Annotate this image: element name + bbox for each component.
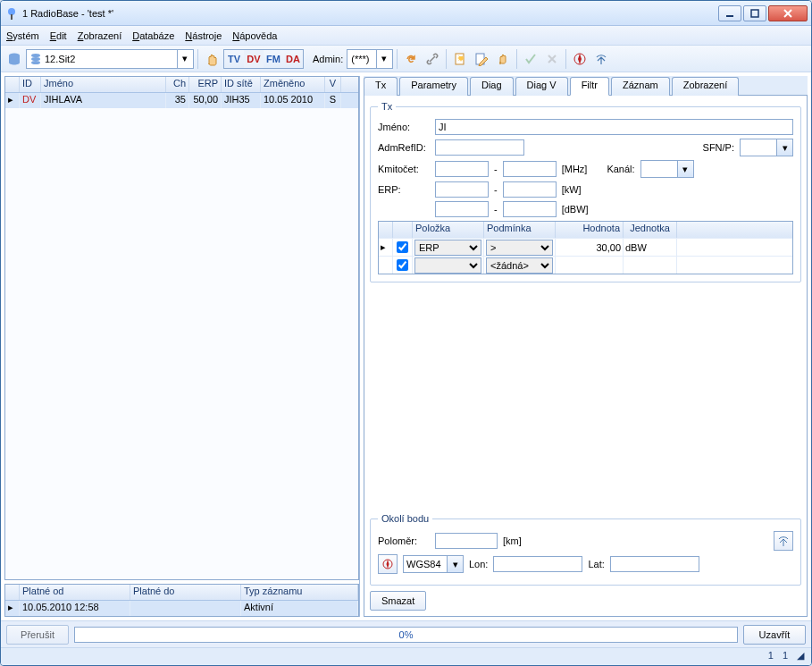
cancel-icon[interactable] [542, 49, 562, 69]
menu-tools[interactable]: Nástroje [185, 30, 222, 41]
tx-row[interactable]: ▸ DV JIHLAVA 35 50,00 JIH35 10.05 2010 S [5, 93, 358, 108]
freq-from[interactable] [435, 161, 489, 177]
tx-grid[interactable]: ID Jméno Ch ERP ID sítě Změněno V ▸ DV J… [4, 76, 359, 580]
link-icon[interactable] [423, 49, 442, 69]
col-erp[interactable]: ERP [189, 77, 222, 92]
cond2-item[interactable] [414, 257, 481, 274]
admrefid-input[interactable] [435, 139, 524, 156]
menu-database[interactable]: Databáze [132, 30, 174, 41]
hand-icon[interactable] [202, 49, 222, 69]
row-ch: 35 [166, 93, 189, 108]
validity-row[interactable]: ▸ 10.05.2010 12:58 Aktivní [5, 601, 358, 616]
admin-combo[interactable]: (***) ▾ [347, 49, 393, 69]
valid-from-hdr[interactable]: Platné od [20, 585, 130, 600]
network-combo[interactable]: 12.Sit2 ▾ [26, 49, 194, 69]
resize-grip-icon[interactable]: ◢ [797, 650, 804, 663]
col-id[interactable]: ID [20, 77, 41, 92]
cond2-cond[interactable]: <žádná> [486, 257, 553, 274]
menu-help[interactable]: Nápověda [232, 30, 277, 41]
svg-point-8 [31, 57, 40, 61]
tab-filter[interactable]: Filtr [570, 77, 609, 96]
tab-record[interactable]: Záznam [611, 77, 670, 96]
channel-combo[interactable]: ▾ [640, 160, 694, 178]
cond1-unit: dBW [624, 239, 677, 256]
cond-cond-hdr[interactable]: Podmínka [484, 222, 556, 238]
mode-selector[interactable]: TV DV FM DA [223, 49, 304, 69]
record-type: Aktivní [241, 601, 358, 616]
name-label: Jméno: [378, 122, 430, 132]
compass2-icon[interactable] [378, 554, 398, 574]
tab-diag[interactable]: Diag [470, 77, 514, 96]
svg-rect-3 [751, 10, 758, 17]
progress-bar: 0% [74, 627, 738, 643]
interrupt-button[interactable]: Přerušit [6, 625, 69, 645]
tab-diagv[interactable]: Diag V [515, 77, 568, 96]
radius-unit: [km] [503, 535, 522, 546]
menu-view[interactable]: Zobrazení [78, 30, 122, 41]
erp-to-dbw[interactable] [503, 201, 557, 217]
db-icon[interactable] [4, 49, 24, 69]
close-button[interactable] [768, 5, 808, 21]
admin-label: Admin: [313, 54, 343, 64]
lat-input[interactable] [610, 556, 699, 572]
maximize-button[interactable] [743, 5, 766, 21]
status-a: 1 [768, 650, 774, 663]
titlebar: 1 RadioBase - 'test *' [1, 1, 811, 26]
mode-tv[interactable]: TV [224, 50, 244, 68]
mode-dv[interactable]: DV [244, 50, 264, 68]
cond2-check[interactable] [397, 259, 408, 271]
record-type-hdr[interactable]: Typ záznamu [241, 585, 358, 600]
antenna-icon[interactable] [591, 49, 611, 69]
close-dialog-button[interactable]: Uzavřít [743, 625, 806, 645]
network-combo-drop[interactable]: ▾ [177, 50, 191, 68]
cond2-value[interactable] [556, 257, 624, 274]
cond-row-1[interactable]: ▸ ERP > 30,00 dBW [379, 238, 792, 256]
compass-icon[interactable] [570, 49, 590, 69]
cond-unit-hdr[interactable]: Jednotka [624, 222, 677, 238]
refresh-icon[interactable] [401, 49, 421, 69]
valid-to-hdr[interactable]: Platné do [130, 585, 241, 600]
lon-input[interactable] [493, 556, 582, 572]
cond1-cond[interactable]: > [486, 240, 553, 256]
erp-to-kw[interactable] [503, 181, 557, 198]
name-input[interactable] [435, 119, 793, 135]
edit-icon[interactable] [472, 49, 491, 69]
col-ch[interactable]: Ch [166, 77, 189, 92]
menu-system[interactable]: Systém [6, 30, 39, 41]
svg-point-0 [8, 8, 15, 15]
hand2-icon[interactable] [493, 49, 513, 69]
clear-filter-button[interactable]: Smazat [370, 591, 426, 611]
cond2-unit [624, 257, 677, 274]
network-combo-text: 12.Sit2 [43, 54, 177, 64]
radius-input[interactable] [435, 533, 498, 549]
col-v[interactable]: V [325, 77, 341, 92]
validity-grid[interactable]: Platné od Platné do Typ záznamu ▸ 10.05.… [4, 584, 359, 617]
freq-to[interactable] [503, 161, 557, 177]
tab-view[interactable]: Zobrazení [672, 77, 740, 96]
new-icon[interactable] [450, 49, 470, 69]
cond-val-hdr[interactable]: Hodnota [556, 222, 624, 238]
cond-item-hdr[interactable]: Položka [413, 222, 484, 238]
col-site[interactable]: ID sítě [222, 77, 261, 92]
cond1-item[interactable]: ERP [414, 240, 481, 256]
erp-from-kw[interactable] [435, 181, 489, 198]
admin-combo-drop[interactable]: ▾ [376, 50, 390, 68]
mode-fm[interactable]: FM [264, 50, 283, 68]
menu-edit[interactable]: Edit [50, 30, 67, 41]
cond1-check[interactable] [397, 241, 408, 253]
minimize-button[interactable] [718, 5, 741, 21]
admin-combo-text: (***) [349, 54, 376, 64]
tab-tx[interactable]: Tx [364, 77, 398, 96]
sfnp-combo[interactable]: ▾ [740, 139, 793, 156]
ok-icon[interactable] [521, 49, 540, 69]
col-changed[interactable]: Změněno [261, 77, 325, 92]
cond1-value[interactable]: 30,00 [556, 239, 624, 256]
erp-from-dbw[interactable] [435, 201, 489, 217]
tab-params[interactable]: Parametry [399, 77, 468, 96]
mode-da[interactable]: DA [283, 50, 303, 68]
cond-row-2[interactable]: <žádná> [379, 256, 792, 274]
crs-combo[interactable]: ▾ [403, 555, 464, 573]
conditions-grid[interactable]: Položka Podmínka Hodnota Jednotka ▸ ERP … [378, 221, 793, 274]
col-name[interactable]: Jméno [41, 77, 166, 92]
surround-antenna-icon[interactable] [774, 531, 793, 551]
